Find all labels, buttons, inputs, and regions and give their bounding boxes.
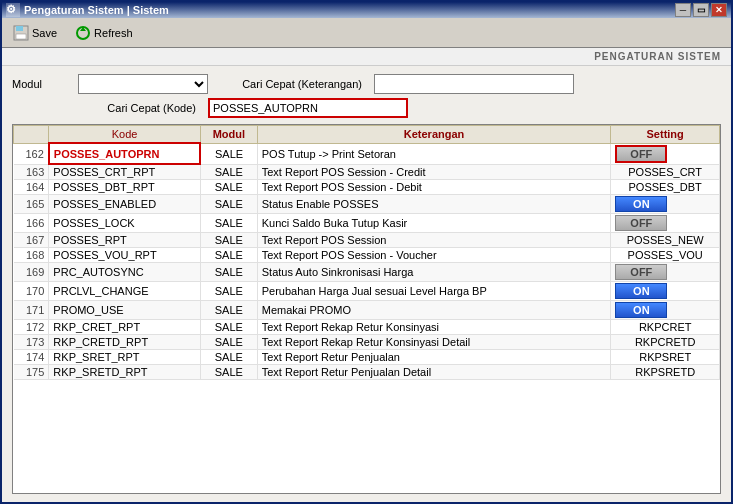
refresh-button[interactable]: Refresh (68, 21, 140, 45)
cell-modul: SALE (200, 335, 257, 350)
table-row: 169PRC_AUTOSYNCSALEStatus Auto Sinkronis… (14, 263, 720, 282)
cell-num: 169 (14, 263, 49, 282)
cell-ket: Status Enable POSSES (257, 195, 611, 214)
title-bar-left: ⚙ Pengaturan Sistem | Sistem (6, 3, 169, 17)
cell-num: 170 (14, 282, 49, 301)
col-kode: Kode (49, 126, 201, 144)
cell-kode: POSSES_CRT_RPT (49, 164, 201, 180)
app-icon: ⚙ (6, 3, 20, 17)
on-button[interactable]: ON (615, 196, 667, 212)
cell-modul: SALE (200, 248, 257, 263)
cell-num: 165 (14, 195, 49, 214)
minimize-button[interactable]: ─ (675, 3, 691, 17)
table-row: 165POSSES_ENABLEDSALEStatus Enable POSSE… (14, 195, 720, 214)
restore-button[interactable]: ▭ (693, 3, 709, 17)
svg-rect-1 (16, 26, 23, 31)
cell-setting[interactable]: ON (611, 195, 720, 214)
on-button[interactable]: ON (615, 283, 667, 299)
cell-setting: POSSES_CRT (611, 164, 720, 180)
cell-kode: PROMO_USE (49, 301, 201, 320)
off-button[interactable]: OFF (615, 264, 667, 280)
refresh-label: Refresh (94, 27, 133, 39)
cell-ket: Text Report POS Session - Debit (257, 180, 611, 195)
cell-kode: RKP_CRETD_RPT (49, 335, 201, 350)
cell-num: 175 (14, 365, 49, 380)
cari-ket-input[interactable] (374, 74, 574, 94)
cell-ket: Text Report Retur Penjualan Detail (257, 365, 611, 380)
cell-modul: SALE (200, 350, 257, 365)
cell-ket: Status Auto Sinkronisasi Harga (257, 263, 611, 282)
window: ⚙ Pengaturan Sistem | Sistem ─ ▭ ✕ Save (0, 0, 733, 504)
table-row: 166POSSES_LOCKSALEKunci Saldo Buka Tutup… (14, 214, 720, 233)
cell-ket: Text Report POS Session (257, 233, 611, 248)
table-row: 164POSSES_DBT_RPTSALEText Report POS Ses… (14, 180, 720, 195)
cari-kode-input[interactable] (208, 98, 408, 118)
cell-modul: SALE (200, 214, 257, 233)
save-label: Save (32, 27, 57, 39)
cell-setting: RKPCRET (611, 320, 720, 335)
filter-section: Modul Cari Cepat (Keterangan) Cari Cepat… (12, 74, 721, 118)
cell-modul: SALE (200, 143, 257, 164)
cell-kode: RKP_CRET_RPT (49, 320, 201, 335)
table-row: 172RKP_CRET_RPTSALEText Report Rekap Ret… (14, 320, 720, 335)
table-row: 175RKP_SRETD_RPTSALEText Report Retur Pe… (14, 365, 720, 380)
toolbar: Save Refresh (2, 18, 731, 48)
cell-setting: POSSES_VOU (611, 248, 720, 263)
filter-line-1: Modul Cari Cepat (Keterangan) (12, 74, 721, 94)
cell-modul: SALE (200, 282, 257, 301)
refresh-icon (75, 25, 91, 41)
cell-modul: SALE (200, 301, 257, 320)
cell-kode: RKP_SRET_RPT (49, 350, 201, 365)
off-button[interactable]: OFF (615, 215, 667, 231)
cell-num: 174 (14, 350, 49, 365)
save-button[interactable]: Save (6, 21, 64, 45)
col-setting: Setting (611, 126, 720, 144)
table-row: 167POSSES_RPTSALEText Report POS Session… (14, 233, 720, 248)
on-button[interactable]: ON (615, 302, 667, 318)
cell-kode: RKP_SRETD_RPT (49, 365, 201, 380)
cell-num: 168 (14, 248, 49, 263)
table-body: 162POSSES_AUTOPRNSALEPOS Tutup -> Print … (14, 143, 720, 380)
table-header-row: Kode Modul Keterangan Setting (14, 126, 720, 144)
cell-ket: Memakai PROMO (257, 301, 611, 320)
page-header: PENGATURAN SISTEM (2, 48, 731, 66)
save-icon (13, 25, 29, 41)
cell-modul: SALE (200, 365, 257, 380)
cell-num: 172 (14, 320, 49, 335)
cell-kode: POSSES_RPT (49, 233, 201, 248)
off-button[interactable]: OFF (615, 145, 667, 163)
cell-setting[interactable]: OFF (611, 214, 720, 233)
cell-modul: SALE (200, 233, 257, 248)
cell-modul: SALE (200, 180, 257, 195)
cell-setting: POSSES_NEW (611, 233, 720, 248)
modul-select[interactable] (78, 74, 208, 94)
cell-ket: Text Report POS Session - Voucher (257, 248, 611, 263)
cari-ket-label: Cari Cepat (Keterangan) (208, 78, 368, 90)
cell-ket: Text Report Rekap Retur Konsinyasi Detai… (257, 335, 611, 350)
cell-kode: POSSES_VOU_RPT (49, 248, 201, 263)
cell-setting: POSSES_DBT (611, 180, 720, 195)
modul-label: Modul (12, 78, 72, 90)
content-wrapper: Save Refresh PENGATURAN SISTEM (2, 18, 731, 502)
cell-num: 171 (14, 301, 49, 320)
title-bar-buttons: ─ ▭ ✕ (675, 3, 727, 17)
cell-ket: Text Report Rekap Retur Konsinyasi (257, 320, 611, 335)
cell-num: 166 (14, 214, 49, 233)
cell-num: 162 (14, 143, 49, 164)
cell-setting[interactable]: OFF (611, 263, 720, 282)
cell-modul: SALE (200, 320, 257, 335)
cell-setting[interactable]: ON (611, 301, 720, 320)
close-button[interactable]: ✕ (711, 3, 727, 17)
svg-rect-2 (16, 34, 26, 39)
cell-kode: PRCLVL_CHANGE (49, 282, 201, 301)
filter-line-2: Cari Cepat (Kode) (12, 98, 721, 118)
filter-row: Modul Cari Cepat (Keterangan) Cari Cepat… (12, 74, 721, 118)
cell-setting[interactable]: OFF (611, 143, 720, 164)
title-bar: ⚙ Pengaturan Sistem | Sistem ─ ▭ ✕ (2, 2, 731, 18)
cell-modul: SALE (200, 263, 257, 282)
col-ket: Keterangan (257, 126, 611, 144)
table-row: 170PRCLVL_CHANGESALEPerubahan Harga Jual… (14, 282, 720, 301)
cell-setting[interactable]: ON (611, 282, 720, 301)
table-row: 163POSSES_CRT_RPTSALEText Report POS Ses… (14, 164, 720, 180)
cell-kode: POSSES_ENABLED (49, 195, 201, 214)
